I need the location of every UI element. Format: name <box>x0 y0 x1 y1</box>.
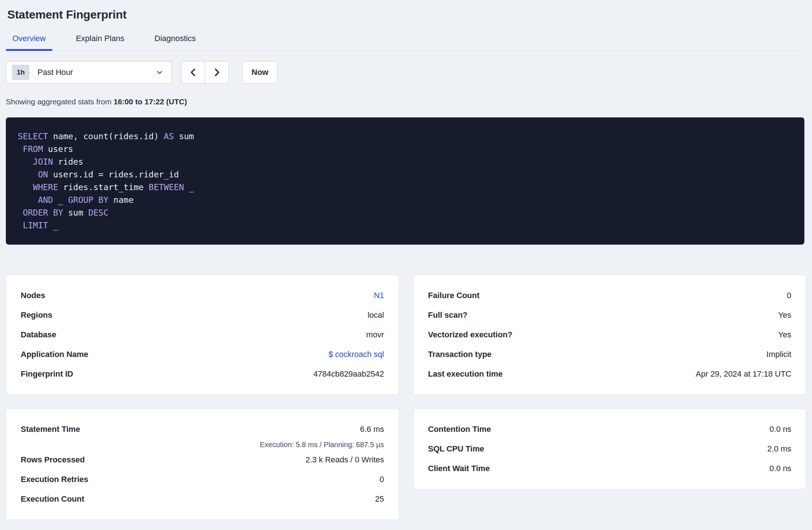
table-row-transaction-type: Transaction typeImplicit <box>428 345 792 364</box>
row-value: 25 <box>375 494 384 504</box>
tab-label: Explain Plans <box>76 34 124 43</box>
row-label: Regions <box>21 310 52 320</box>
time-range-dropdown[interactable]: 1h Past Hour <box>6 61 172 84</box>
sql-keyword: AND <box>38 195 53 205</box>
card-wait-timing: Contention Time0.0 nsSQL CPU Time2.0 msC… <box>413 409 807 489</box>
sql-line: LIMIT _ <box>18 219 792 232</box>
tab-overview[interactable]: Overview <box>6 34 52 51</box>
summary-cards-grid: NodesN1RegionslocalDatabasemovrApplicati… <box>6 275 806 520</box>
table-row-rows-processed: Rows Processed2.3 k Reads / 0 Writes <box>21 450 384 470</box>
row-label: Fingerprint ID <box>21 369 73 379</box>
row-value: 6.6 msExecution: 5.8 ms / Planning: 687.… <box>260 419 384 450</box>
sql-text <box>18 195 38 205</box>
row-label: Execution Count <box>21 494 84 504</box>
table-row-execution-count: Execution Count25 <box>21 489 384 509</box>
row-subvalue: Execution: 5.8 ms / Planning: 687.5 µs <box>260 439 384 450</box>
sql-line: ON users.id = rides.rider_id <box>18 168 792 181</box>
row-value: local <box>367 310 384 320</box>
row-value: Implicit <box>767 350 791 359</box>
card-statement-details: NodesN1RegionslocalDatabasemovrApplicati… <box>6 275 399 395</box>
sql-text: rides.start_time <box>58 182 149 192</box>
sql-text: users <box>43 144 73 154</box>
row-label: Statement Time <box>21 419 80 439</box>
chevron-left-icon <box>189 68 198 77</box>
sql-keyword: DESC <box>88 208 108 217</box>
stats-summary-prefix: Showing aggregated stats from <box>6 97 114 106</box>
aggregated-stats-summary: Showing aggregated stats from 16:00 to 1… <box>6 97 806 106</box>
application-name-link[interactable]: $ cockroach sql <box>329 350 384 359</box>
row-label: Vectorized execution? <box>428 330 512 340</box>
time-step-buttons <box>181 61 229 84</box>
sql-line: JOIN rides <box>18 156 792 168</box>
tab-diagnostics[interactable]: Diagnostics <box>148 34 202 51</box>
sql-keyword: SELECT <box>18 132 48 141</box>
sql-text: sum <box>174 132 194 141</box>
row-value: 2.0 ms <box>767 444 791 454</box>
sql-text: _ <box>53 195 68 205</box>
table-row-database: Databasemovr <box>21 325 384 345</box>
row-value: Yes <box>778 310 791 320</box>
sql-line: FROM users <box>18 143 792 156</box>
row-label: SQL CPU Time <box>428 444 484 454</box>
time-controls: 1h Past Hour Now <box>6 61 806 84</box>
sql-keyword: FROM <box>23 144 43 154</box>
table-row-nodes: NodesN1 <box>21 286 384 305</box>
active-tab-underline <box>6 49 52 51</box>
tab-explain-plans[interactable]: Explain Plans <box>69 34 131 51</box>
tab-bar: OverviewExplain PlansDiagnostics <box>6 34 806 51</box>
sql-keyword: ON <box>38 170 48 179</box>
sql-text: users.id = rides.rider_id <box>48 170 179 179</box>
row-label: Execution Retries <box>21 475 88 484</box>
previous-time-button[interactable] <box>182 61 205 83</box>
table-row-regions: Regionslocal <box>21 305 384 325</box>
row-label: Contention Time <box>428 425 491 434</box>
table-row-contention-time: Contention Time0.0 ns <box>428 419 792 439</box>
row-value: 0 <box>787 291 791 300</box>
sql-text <box>18 221 23 230</box>
table-row-vectorized-execution: Vectorized execution?Yes <box>428 325 792 345</box>
statement-fingerprint-page: Statement Fingerprint OverviewExplain Pl… <box>0 0 812 530</box>
nodes-link[interactable]: N1 <box>374 291 384 300</box>
table-row-last-execution-time: Last execution timeApr 29, 2024 at 17:18… <box>428 364 792 384</box>
page-title: Statement Fingerprint <box>7 8 806 21</box>
table-row-sql-cpu-time: SQL CPU Time2.0 ms <box>428 439 792 459</box>
card-statement-timing: Statement Time6.6 msExecution: 5.8 ms / … <box>6 409 399 520</box>
sql-line: ORDER BY sum DESC <box>18 206 792 219</box>
row-value: 0 <box>379 475 384 484</box>
sql-keyword: JOIN <box>33 157 53 166</box>
row-label: Rows Processed <box>21 455 85 465</box>
sql-text: name <box>108 195 133 205</box>
sql-text <box>18 157 33 166</box>
sql-line: SELECT name, count(rides.id) AS sum <box>18 130 792 143</box>
sql-keyword: LIMIT <box>23 221 48 230</box>
sql-text <box>18 170 38 179</box>
sql-line: WHERE rides.start_time BETWEEN _ <box>18 181 792 194</box>
sql-text: sum <box>63 208 88 217</box>
sql-text <box>18 144 23 154</box>
tab-label: Diagnostics <box>154 34 196 43</box>
next-time-button[interactable] <box>205 61 228 83</box>
row-value: 4784cb829aab2542 <box>313 369 384 379</box>
stats-summary-range: 16:00 to 17:22 (UTC) <box>114 97 187 106</box>
now-button[interactable]: Now <box>242 61 277 84</box>
sql-keyword: BETWEEN <box>149 182 184 192</box>
row-label: Failure Count <box>428 291 480 300</box>
sql-statement-block: SELECT name, count(rides.id) AS sum FROM… <box>6 117 804 245</box>
row-label: Full scan? <box>428 310 468 320</box>
sql-text: name, count(rides.id) <box>48 132 164 141</box>
chevron-down-icon <box>156 69 163 76</box>
row-label: Nodes <box>21 291 45 300</box>
row-value: Yes <box>778 330 791 340</box>
time-range-label: Past Hour <box>37 68 156 77</box>
tab-label: Overview <box>12 34 46 43</box>
row-value: 0.0 ns <box>769 425 791 434</box>
row-value: 6.6 ms <box>260 419 384 439</box>
sql-keyword: AS <box>164 132 174 141</box>
table-row-statement-time: Statement Time6.6 msExecution: 5.8 ms / … <box>21 419 384 450</box>
duration-badge: 1h <box>12 65 29 80</box>
sql-text <box>18 182 33 192</box>
table-row-application-name: Application Name$ cockroach sql <box>21 345 384 364</box>
chevron-right-icon <box>212 68 221 77</box>
sql-keyword: WHERE <box>33 182 58 192</box>
row-label: Application Name <box>21 350 88 359</box>
